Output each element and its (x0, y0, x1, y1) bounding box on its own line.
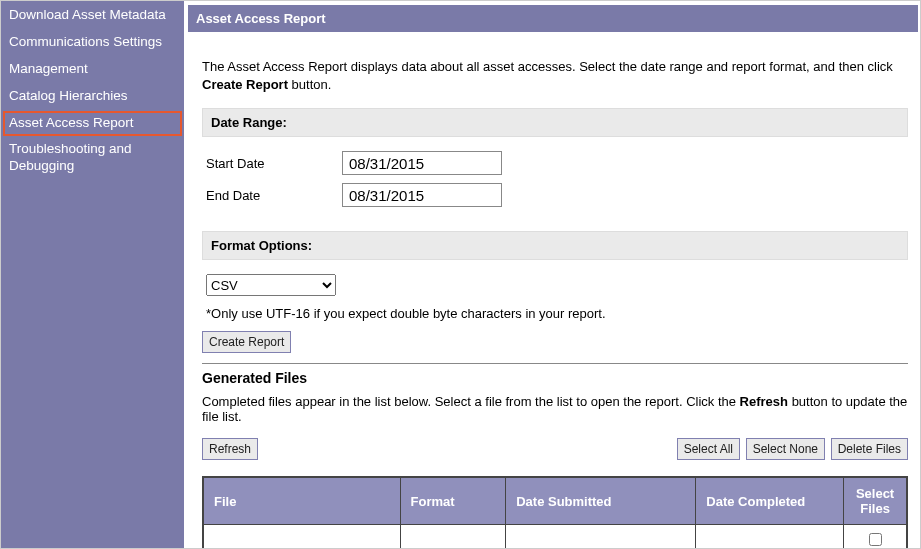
sidebar-item-communications-settings[interactable]: Communications Settings (3, 30, 182, 56)
cell-file[interactable] (203, 525, 400, 548)
date-range-heading: Date Range: (202, 108, 908, 137)
sidebar-item-asset-access-report[interactable]: Asset Access Report (3, 111, 182, 137)
gen-desc-prefix: Completed files appear in the list below… (202, 394, 740, 409)
sidebar-item-management[interactable]: Management (3, 57, 182, 83)
cell-date-completed (696, 525, 844, 548)
sidebar-item-troubleshooting-and-debugging[interactable]: Troubleshooting and Debugging (3, 137, 182, 180)
row-select-checkbox[interactable] (869, 533, 882, 546)
sidebar-item-catalog-hierarchies[interactable]: Catalog Hierarchies (3, 84, 182, 110)
format-options-heading: Format Options: (202, 231, 908, 260)
end-date-input[interactable] (342, 183, 502, 207)
delete-files-button[interactable]: Delete Files (831, 438, 908, 460)
select-all-button[interactable]: Select All (677, 438, 740, 460)
start-date-row: Start Date (202, 151, 908, 175)
app-root: Download Asset MetadataCommunications Se… (0, 0, 921, 549)
separator (202, 363, 908, 364)
start-date-label: Start Date (202, 156, 342, 171)
create-report-row: Create Report (202, 331, 908, 353)
tab-bar: Asset Access Report (184, 1, 920, 32)
format-select[interactable]: CSV (206, 274, 336, 296)
col-select-files: Select Files (844, 477, 907, 525)
left-buttons: Refresh (202, 438, 258, 460)
end-date-label: End Date (202, 188, 342, 203)
sidebar: Download Asset MetadataCommunications Se… (1, 1, 184, 548)
main-panel: Asset Access Report The Asset Access Rep… (184, 1, 920, 548)
format-hint: *Only use UTF-16 if you expect double by… (206, 306, 908, 321)
col-format: Format (400, 477, 506, 525)
format-row: CSV (202, 274, 908, 296)
sidebar-item-download-asset-metadata[interactable]: Download Asset Metadata (3, 3, 182, 29)
table-row (203, 525, 907, 548)
tab-asset-access-report[interactable]: Asset Access Report (188, 5, 918, 32)
content: The Asset Access Report displays data ab… (184, 32, 920, 548)
files-table: File Format Date Submitted Date Complete… (202, 476, 908, 548)
col-file: File (203, 477, 400, 525)
intro-text: The Asset Access Report displays data ab… (202, 58, 908, 94)
refresh-button[interactable]: Refresh (202, 438, 258, 460)
intro-prefix: The Asset Access Report displays data ab… (202, 59, 893, 74)
create-report-button[interactable]: Create Report (202, 331, 291, 353)
files-table-header-row: File Format Date Submitted Date Complete… (203, 477, 907, 525)
cell-format (400, 525, 506, 548)
col-date-completed: Date Completed (696, 477, 844, 525)
start-date-input[interactable] (342, 151, 502, 175)
intro-suffix: button. (288, 77, 331, 92)
gen-desc-bold: Refresh (740, 394, 788, 409)
end-date-row: End Date (202, 183, 908, 207)
files-toolbar: Refresh Select All Select None Delete Fi… (202, 438, 908, 460)
col-date-submitted: Date Submitted (506, 477, 696, 525)
cell-date-submitted (506, 525, 696, 548)
right-buttons: Select All Select None Delete Files (675, 438, 908, 460)
select-none-button[interactable]: Select None (746, 438, 825, 460)
generated-files-desc: Completed files appear in the list below… (202, 394, 908, 424)
intro-bold: Create Report (202, 77, 288, 92)
generated-files-title: Generated Files (202, 370, 908, 386)
cell-select (844, 525, 907, 548)
